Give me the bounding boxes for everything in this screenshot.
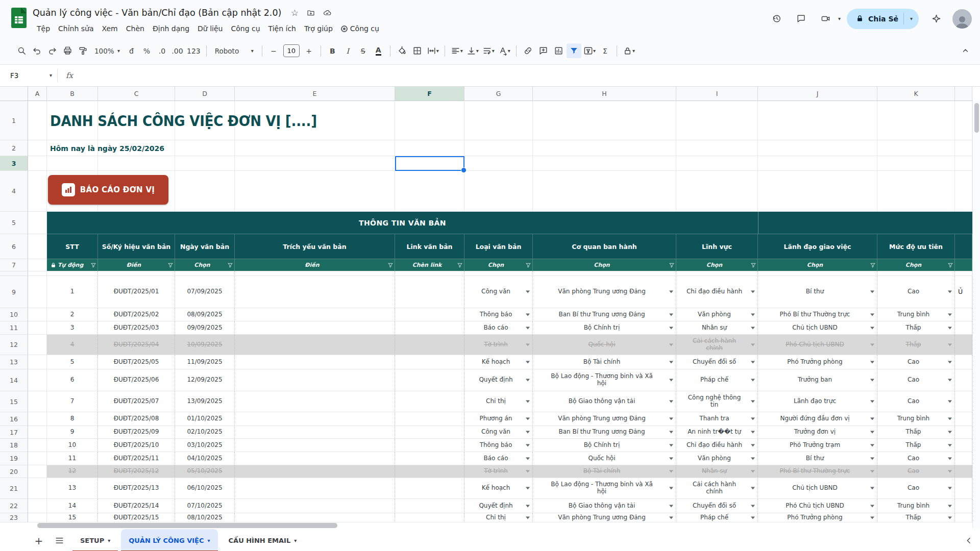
filter-icon[interactable] (457, 263, 462, 268)
cell-doc-code[interactable]: ĐUĐT/2025/12 (98, 465, 175, 478)
cell-summary[interactable] (235, 499, 395, 513)
column-header-H[interactable]: H (533, 87, 676, 101)
dropdown-cell-agency[interactable]: Ban Bí thư Trung ương Đảng (533, 308, 676, 321)
menu-item-4[interactable]: Chèn (122, 23, 149, 34)
cell[interactable] (955, 101, 972, 140)
horizontal-scrollbar-thumb[interactable] (37, 523, 337, 528)
cell-link[interactable] (395, 412, 464, 426)
insert-chart-icon[interactable] (551, 43, 566, 58)
cell-stt[interactable]: 2 (47, 308, 98, 321)
filter-icon[interactable] (751, 263, 756, 268)
vertical-scrollbar-thumb[interactable] (974, 103, 979, 133)
column-header-J[interactable]: J (758, 87, 877, 101)
cell[interactable] (235, 156, 395, 171)
cell[interactable] (676, 156, 758, 171)
dropdown-cell-field[interactable]: Chỉ đạo điều hành (676, 276, 758, 308)
menu-item-2[interactable]: Chỉnh sửa (54, 23, 97, 34)
cell-doc-code[interactable]: ĐUĐT/2025/15 (98, 513, 175, 522)
text-rotation-icon[interactable]: ▾ (497, 43, 512, 58)
cell-summary[interactable] (235, 452, 395, 465)
filter-icon[interactable] (948, 263, 953, 268)
dropdown-cell-leader[interactable]: Bí thư (758, 276, 877, 308)
chevron-down-icon[interactable]: ▾ (838, 16, 841, 21)
cell-doc-date[interactable]: 05/10/2025 (175, 465, 235, 478)
dropdown-arrow-icon[interactable] (751, 457, 755, 460)
dropdown-cell-field[interactable]: Nhân sự (676, 465, 758, 478)
dropdown-arrow-icon[interactable] (526, 343, 530, 346)
cell-summary[interactable] (235, 465, 395, 478)
cell[interactable] (758, 156, 877, 171)
avatar[interactable] (952, 9, 972, 29)
increase-decimal-button[interactable]: .00 (170, 43, 185, 58)
cell[interactable] (464, 271, 533, 276)
row-header[interactable]: 1 (0, 101, 28, 140)
cell[interactable] (28, 391, 47, 412)
dropdown-cell-priority[interactable]: Cao (877, 355, 955, 369)
row-header[interactable]: 2 (0, 140, 28, 156)
cell[interactable] (28, 439, 47, 452)
dropdown-arrow-icon[interactable] (870, 487, 874, 490)
column-header-partial[interactable] (955, 87, 972, 101)
cell-doc-code[interactable]: ĐUĐT/2025/09 (98, 426, 175, 439)
dropdown-arrow-icon[interactable] (751, 418, 755, 420)
cell-summary[interactable] (235, 335, 395, 355)
report-button[interactable]: BÁO CÁO ĐƠN VỊ (48, 175, 168, 205)
horizontal-scrollbar[interactable] (0, 522, 972, 529)
cell[interactable] (28, 276, 47, 308)
row-header[interactable]: 13 (0, 355, 28, 369)
cell-overflow[interactable] (955, 439, 972, 452)
dropdown-cell-priority[interactable]: Thấp (877, 439, 955, 452)
column-header-C[interactable]: C (98, 87, 175, 101)
dropdown-cell-priority[interactable]: Thấp (877, 321, 955, 335)
cell-summary[interactable] (235, 355, 395, 369)
cell[interactable] (28, 369, 47, 391)
cell[interactable] (175, 271, 235, 276)
dropdown-cell-leader[interactable]: Chủ tịch UBND (758, 321, 877, 335)
cell-link[interactable] (395, 452, 464, 465)
dropdown-arrow-icon[interactable] (870, 516, 874, 519)
cell-stt[interactable]: 13 (47, 478, 98, 499)
dropdown-cell-priority[interactable]: Cao (877, 478, 955, 499)
dropdown-cell-field[interactable]: An ninh tr��t tự (676, 426, 758, 439)
custom-menu-item[interactable]: Công cụ (337, 23, 383, 34)
dropdown-cell-agency[interactable]: Quốc hội (533, 452, 676, 465)
cell[interactable] (533, 140, 676, 156)
dropdown-cell-field[interactable]: Chuyển đổi số (676, 499, 758, 513)
cell-overflow[interactable] (955, 452, 972, 465)
cell-overflow[interactable] (955, 335, 972, 355)
cloud-status-icon[interactable] (320, 6, 334, 20)
dropdown-arrow-icon[interactable] (751, 313, 755, 316)
dropdown-arrow-icon[interactable] (751, 343, 755, 346)
dropdown-cell-type[interactable]: Báo cáo (464, 452, 533, 465)
cell-doc-date[interactable]: 07/09/2025 (175, 276, 235, 308)
dropdown-arrow-icon[interactable] (870, 379, 874, 382)
vertical-align-icon[interactable]: ▾ (465, 43, 480, 58)
filter-views-icon[interactable]: ▾ (582, 43, 597, 58)
row-header[interactable]: 10 (0, 308, 28, 321)
zoom-select[interactable]: 100%▾ (91, 43, 124, 58)
font-size-input[interactable]: 10 (283, 44, 300, 57)
text-wrap-icon[interactable]: ▾ (481, 43, 496, 58)
cell-overflow[interactable] (955, 426, 972, 439)
cell[interactable] (758, 101, 877, 140)
column-header-K[interactable]: K (877, 87, 955, 101)
row-header[interactable] (0, 271, 28, 276)
dropdown-arrow-icon[interactable] (751, 431, 755, 434)
dropdown-arrow-icon[interactable] (870, 343, 874, 346)
filter-icon[interactable] (669, 263, 674, 268)
cell-overflow[interactable] (955, 369, 972, 391)
cell-doc-code[interactable]: ĐUĐT/2025/13 (98, 478, 175, 499)
cell-link[interactable] (395, 276, 464, 308)
cell[interactable] (877, 271, 955, 276)
cell-doc-date[interactable]: 01/10/2025 (175, 412, 235, 426)
video-call-icon[interactable] (815, 8, 837, 30)
dropdown-arrow-icon[interactable] (948, 361, 952, 363)
row-header[interactable]: 17 (0, 426, 28, 439)
dropdown-cell-priority[interactable]: Thấp (877, 426, 955, 439)
dropdown-cell-priority[interactable]: Cao (877, 452, 955, 465)
cell[interactable] (533, 271, 676, 276)
dropdown-cell-priority[interactable]: Thấp (877, 513, 955, 522)
name-box[interactable]: F3▾ (0, 71, 57, 80)
tab-menu-icon[interactable]: ▾ (108, 538, 110, 543)
dropdown-arrow-icon[interactable] (526, 444, 530, 446)
